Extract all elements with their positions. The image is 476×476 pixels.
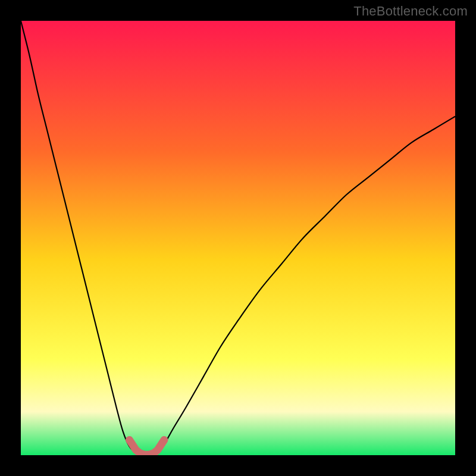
gradient-background xyxy=(21,21,455,455)
watermark-text: TheBottleneck.com xyxy=(353,4,468,19)
chart-frame: TheBottleneck.com xyxy=(0,0,476,476)
plot-svg xyxy=(21,21,455,455)
plot-area xyxy=(21,21,455,455)
